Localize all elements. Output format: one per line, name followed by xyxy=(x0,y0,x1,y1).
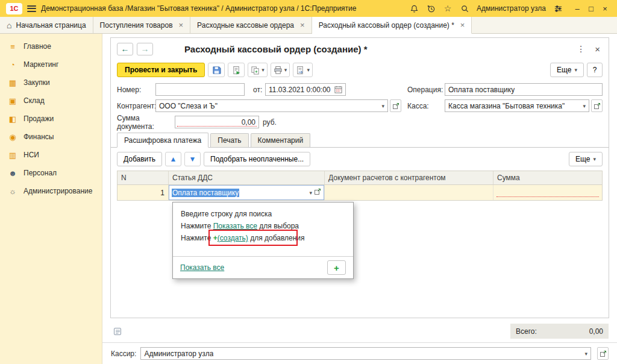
tab-close-icon[interactable]: × xyxy=(300,20,305,30)
copy-dropdown-button[interactable]: ▾ xyxy=(248,63,268,77)
back-button[interactable]: ← xyxy=(117,43,133,55)
move-down-button[interactable]: ▼ xyxy=(184,152,201,166)
cashier-input[interactable]: Администратор узла ▾ xyxy=(140,347,591,360)
dds-article-cell[interactable]: Оплата поставщику ▾ xyxy=(169,185,325,200)
calendar-icon[interactable] xyxy=(334,86,342,93)
amount-cell[interactable] xyxy=(493,185,602,200)
user-name[interactable]: Администратор узла xyxy=(477,4,546,13)
notifications-bell-icon[interactable] xyxy=(408,2,420,14)
dds-article-editor[interactable]: Оплата поставщику ▾ xyxy=(169,185,324,200)
sidebar-item-finansy[interactable]: ◉Финансы xyxy=(0,128,102,146)
tab-cash-orders-list[interactable]: Расходные кассовые ордера × xyxy=(190,17,312,33)
column-header-dds-article[interactable]: Статья ДДС xyxy=(169,171,325,184)
pick-unpaid-button[interactable]: Подобрать неоплаченные... xyxy=(204,152,310,166)
tab-comment[interactable]: Комментарий xyxy=(251,133,311,147)
payment-details-table: N Статья ДДС Документ расчетов с контраг… xyxy=(117,171,603,201)
create-inline-link[interactable]: (создать) xyxy=(218,234,248,242)
window-controls: – □ × xyxy=(571,2,611,14)
close-icon[interactable]: × xyxy=(599,2,611,14)
sales-icon: ◧ xyxy=(8,115,17,124)
tab-cash-order-new[interactable]: Расходный кассовый ордер (создание) * × xyxy=(312,17,472,34)
save-floppy-icon xyxy=(212,66,221,75)
maximize-icon[interactable]: □ xyxy=(585,2,597,14)
add-row-button[interactable]: Добавить xyxy=(117,152,162,166)
operation-input[interactable]: Оплата поставщику xyxy=(445,83,603,96)
printer-icon xyxy=(274,66,283,75)
sidebar-item-sklad[interactable]: ▣Склад xyxy=(0,92,102,110)
create-new-button[interactable]: + xyxy=(327,260,346,275)
main-menu-icon[interactable] xyxy=(27,5,36,12)
sidebar-item-zakupki[interactable]: ▦Закупки xyxy=(0,74,102,92)
form-close-icon[interactable]: × xyxy=(592,44,603,54)
staff-icon: ☻ xyxy=(8,169,17,178)
favorites-star-icon[interactable]: ☆ xyxy=(442,2,454,14)
sidebar-item-glavnoe[interactable]: ≡Главное xyxy=(0,37,102,55)
copy-icon xyxy=(251,66,260,75)
sidebar-item-marketing[interactable]: ◔Маркетинг xyxy=(0,55,102,74)
print-dropdown-button[interactable]: ▾ xyxy=(271,63,290,77)
settlement-doc-cell[interactable] xyxy=(325,185,493,200)
number-input[interactable] xyxy=(155,83,245,96)
hint-text: для выбора xyxy=(257,222,299,230)
cashbox-value: Касса магазина "Бытовая техника" xyxy=(448,102,565,110)
dropdown-arrow-icon[interactable]: ▾ xyxy=(307,190,314,196)
comment-note-icon[interactable] xyxy=(113,327,122,337)
minimize-icon[interactable]: – xyxy=(571,2,583,14)
table-more-button[interactable]: Еще▾ xyxy=(569,152,603,166)
dds-open-button[interactable] xyxy=(314,188,321,197)
row-number-cell[interactable]: 1 xyxy=(117,185,169,200)
column-header-n[interactable]: N xyxy=(117,171,169,184)
dropdown-arrow-icon: ▾ xyxy=(593,156,596,162)
move-up-button[interactable]: ▲ xyxy=(165,152,181,166)
required-underline xyxy=(177,126,257,127)
required-underline xyxy=(496,196,599,197)
tab-payment-details[interactable]: Расшифровка платежа xyxy=(117,133,208,148)
dropdown-arrow-icon[interactable]: ▾ xyxy=(580,103,586,109)
counterparty-input[interactable]: ООО "Слеза и Ъ" ▾ xyxy=(155,99,388,112)
sidebar-item-personal[interactable]: ☻Персонал xyxy=(0,164,102,182)
sidebar-item-nsi[interactable]: ▥НСИ xyxy=(0,146,102,164)
form-more-menu-icon[interactable]: ⋮ xyxy=(573,44,589,54)
tab-home[interactable]: ⌂ Начальная страница xyxy=(0,17,93,33)
tab-close-icon[interactable]: × xyxy=(179,20,184,30)
column-header-settlement-doc[interactable]: Документ расчетов с контрагентом xyxy=(325,171,493,184)
post-and-close-button[interactable]: Провести и закрыть xyxy=(117,63,205,77)
save-button[interactable] xyxy=(208,63,225,77)
dropdown-arrow-icon[interactable]: ▾ xyxy=(582,351,587,357)
post-document-button[interactable] xyxy=(228,63,245,77)
sidebar-item-administrirovanie[interactable]: ☼Администрирование xyxy=(0,182,102,200)
tab-close-icon[interactable]: × xyxy=(460,20,465,30)
dropdown-arrow-icon[interactable]: ▾ xyxy=(379,103,384,109)
note-icon xyxy=(113,327,122,336)
show-all-link[interactable]: Показать все xyxy=(180,263,224,272)
tab-home-label: Начальная страница xyxy=(16,21,86,30)
tab-goods-receipts[interactable]: Поступления товаров × xyxy=(93,17,191,33)
create-based-on-dropdown-button[interactable]: ▾ xyxy=(293,63,313,77)
search-icon[interactable] xyxy=(459,2,471,14)
back-arrow-icon: ← xyxy=(121,44,130,54)
operation-value: Оплата поставщику xyxy=(448,86,515,94)
sidebar-item-prodazhi[interactable]: ◧Продажи xyxy=(0,110,102,128)
cashbox-input[interactable]: Касса магазина "Бытовая техника" ▾ xyxy=(445,99,589,112)
popup-hints: Введите строку для поиска Нажмите Показа… xyxy=(173,202,353,244)
forward-button[interactable]: → xyxy=(137,43,153,55)
amount-input[interactable]: 0,00 xyxy=(175,116,259,128)
cashier-open-button[interactable] xyxy=(597,347,609,360)
form-toolbar: Провести и закрыть ▾ ▾ ▾ xyxy=(111,60,609,80)
counterparty-open-button[interactable] xyxy=(390,99,401,112)
table-row[interactable]: 1 Оплата поставщику ▾ xyxy=(117,185,602,200)
hint-text: для добавления xyxy=(248,234,305,242)
history-icon[interactable] xyxy=(425,2,437,14)
help-button[interactable]: ? xyxy=(587,63,603,77)
service-settings-icon[interactable] xyxy=(552,2,564,14)
show-all-inline-link[interactable]: Показать все xyxy=(213,222,257,230)
column-header-amount[interactable]: Сумма xyxy=(493,171,602,184)
cashier-row: Кассир: Администратор узла ▾ xyxy=(111,347,609,360)
date-input[interactable]: 11.03.2021 0:00:00 xyxy=(265,83,346,96)
footer-divider xyxy=(102,342,617,343)
dropdown-arrow-icon: ▾ xyxy=(307,67,310,73)
tab-print[interactable]: Печать xyxy=(210,133,248,147)
cashbox-open-button[interactable] xyxy=(591,99,603,112)
more-button[interactable]: Еще▾ xyxy=(550,63,584,77)
post-document-icon xyxy=(232,66,241,75)
